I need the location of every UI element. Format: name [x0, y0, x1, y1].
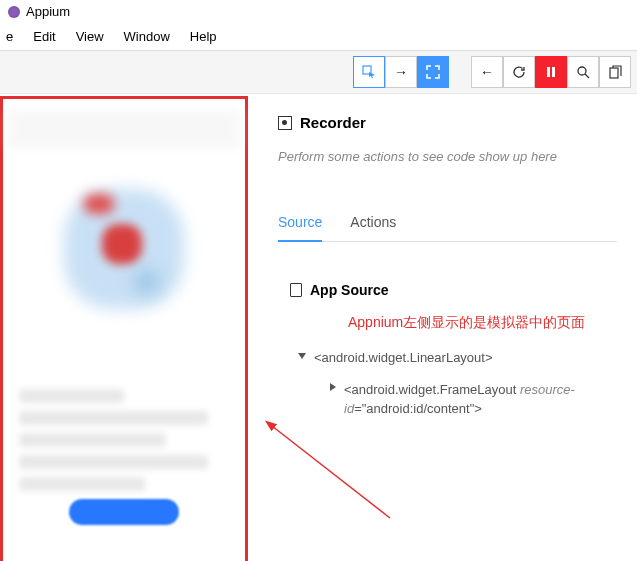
svg-point-3	[578, 67, 586, 75]
recorder-title: Recorder	[300, 114, 366, 131]
annotation-text: Appnium左侧显示的是模拟器中的页面	[348, 314, 617, 332]
copy-icon	[609, 65, 622, 79]
tab-source[interactable]: Source	[278, 214, 322, 242]
source-tree: <android.widget.LinearLayout> <android.w…	[298, 342, 617, 425]
blurred-content	[19, 389, 229, 525]
menu-edit[interactable]: Edit	[29, 27, 59, 46]
copy-button[interactable]	[599, 56, 631, 88]
toolbar-group-1: →	[353, 56, 449, 88]
search-button[interactable]	[567, 56, 599, 88]
pause-icon	[546, 66, 556, 78]
select-icon	[362, 65, 376, 79]
menu-view[interactable]: View	[72, 27, 108, 46]
recorder-header: Recorder	[278, 114, 617, 131]
app-source-header: App Source	[290, 282, 617, 298]
tree-child-label: <android.widget.FrameLayout resource-id=…	[344, 380, 617, 419]
menu-bar: e Edit View Window Help	[0, 23, 637, 50]
menu-file[interactable]: e	[2, 27, 17, 46]
caret-right-icon[interactable]	[330, 383, 336, 391]
app-icon	[8, 6, 20, 18]
blurred-app-logo	[54, 179, 194, 319]
recorder-placeholder: Perform some actions to see code show up…	[278, 149, 617, 164]
blurred-header	[8, 109, 240, 149]
app-title: Appium	[26, 4, 70, 19]
blurred-primary-button	[69, 499, 179, 525]
expand-icon	[426, 65, 440, 79]
refresh-icon	[512, 65, 526, 79]
tap-coords-button[interactable]	[417, 56, 449, 88]
menu-help[interactable]: Help	[186, 27, 221, 46]
tree-root-label: <android.widget.LinearLayout>	[314, 348, 493, 368]
tree-node-root[interactable]: <android.widget.LinearLayout>	[298, 342, 617, 374]
menu-window[interactable]: Window	[120, 27, 174, 46]
select-element-button[interactable]	[353, 56, 385, 88]
recorder-icon	[278, 116, 292, 130]
app-source-title: App Source	[310, 282, 389, 298]
refresh-button[interactable]	[503, 56, 535, 88]
arrow-right-icon: →	[394, 64, 408, 80]
svg-rect-2	[552, 67, 555, 77]
tabs: Source Actions	[278, 214, 617, 242]
svg-rect-1	[547, 67, 550, 77]
pause-button[interactable]	[535, 56, 567, 88]
back-button[interactable]: ←	[471, 56, 503, 88]
file-icon	[290, 283, 302, 297]
caret-down-icon[interactable]	[298, 353, 306, 359]
title-bar: Appium	[0, 0, 637, 23]
svg-rect-5	[610, 68, 618, 78]
tab-actions[interactable]: Actions	[350, 214, 396, 241]
svg-line-4	[585, 74, 589, 78]
search-icon	[576, 65, 590, 79]
back-icon: ←	[480, 64, 494, 80]
toolbar: → ←	[0, 50, 637, 94]
toolbar-group-2: ←	[471, 56, 631, 88]
swipe-button[interactable]: →	[385, 56, 417, 88]
device-screenshot-panel[interactable]	[0, 96, 248, 561]
main-area: Recorder Perform some actions to see cod…	[0, 94, 637, 561]
inspector-panel: Recorder Perform some actions to see cod…	[248, 94, 637, 561]
tree-node-child[interactable]: <android.widget.FrameLayout resource-id=…	[330, 374, 617, 425]
